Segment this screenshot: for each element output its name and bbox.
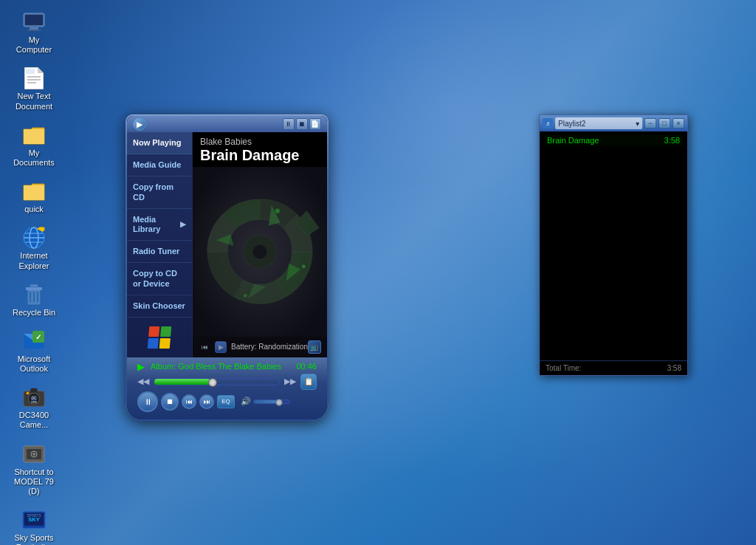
wmp-controls-row: ⏸ ⏹ ⏮ ⏭ EQ 🔊 <box>134 391 320 412</box>
wmp-track-info: Blake Babies Brain Damage <box>192 132 327 167</box>
wmp-sidebar: Now Playing Media Guide Copy from CD Med… <box>127 132 192 357</box>
svg-rect-17 <box>30 284 38 288</box>
playlist-dropdown[interactable]: Playlist2 ▾ <box>555 117 642 129</box>
wmp-nav-media-library[interactable]: Media Library ▶ <box>127 209 192 241</box>
wmp-content-area: Now Playing Media Guide Copy from CD Med… <box>127 132 327 357</box>
stop-btn[interactable]: ⏹ <box>161 393 179 411</box>
wmp-nav-radio-tuner[interactable]: Radio Tuner <box>127 241 192 263</box>
playlist-minimize-btn[interactable]: − <box>645 118 656 128</box>
seek-back-btn[interactable]: ◀◀ <box>137 377 149 386</box>
prev-btn-status[interactable]: ⏮ <box>199 341 210 353</box>
my-computer-icon <box>22 10 46 34</box>
desktop-icon-label: Microsoft Outlook <box>10 354 58 374</box>
elapsed-time: 00:46 <box>296 362 317 371</box>
desktop-icon-recycle-bin[interactable]: Recycle Bin <box>7 280 61 321</box>
desktop-icon-label: quick <box>24 205 44 214</box>
seek-fwd-btn[interactable]: ▶▶ <box>284 377 296 386</box>
track-artist: Blake Babies <box>200 137 320 147</box>
playlist-footer: Total Time: 3:58 <box>540 360 687 375</box>
play-arrow-indicator: ▶ <box>137 361 145 372</box>
playlist-item-time: 3:58 <box>664 136 680 145</box>
svg-text:3400: 3400 <box>31 402 37 405</box>
svg-rect-1 <box>25 15 43 25</box>
wmp-titlebar: ▶ ⏸ ⏹ 📄 <box>127 116 327 132</box>
wmp-nav-copy-from-cd[interactable]: Copy from CD <box>127 176 192 208</box>
wmp-pause-tb-btn[interactable]: ⏸ <box>283 118 295 130</box>
desktop-icon-quick[interactable]: quick <box>7 176 61 217</box>
desktop-icon-label: New Text Document <box>10 92 58 111</box>
wmp-nav-now-playing[interactable]: Now Playing <box>127 132 192 154</box>
playlist-title-icon: ♬ <box>543 118 553 128</box>
wmp-nav-media-guide[interactable]: Media Guide <box>127 154 192 176</box>
svg-point-29 <box>27 392 30 395</box>
outlook-icon: ✓ <box>22 329 46 353</box>
wmp-windows-logo <box>127 318 192 357</box>
wmp-eject-tb-btn[interactable]: 📄 <box>309 118 321 130</box>
playlist-maximize-btn[interactable]: □ <box>659 118 670 128</box>
desktop-icon-label: Recycle Bin <box>13 308 55 318</box>
svg-point-46 <box>244 294 247 298</box>
pause-btn[interactable]: ⏸ <box>137 391 158 412</box>
text-doc-icon <box>22 66 46 90</box>
shortcut-icon <box>22 442 46 466</box>
camera-icon: DC 3400 <box>22 385 46 409</box>
wmp-status-bar: ⏮ ▶ Battery: Randomization 📺 <box>192 337 327 357</box>
desktop-icon-label: Sky Sports Football... <box>10 533 58 545</box>
desktop-icon-label: Internet Explorer <box>10 251 58 270</box>
playlist-title-text: Playlist2 <box>558 120 585 128</box>
desktop-icon-outlook[interactable]: ✓ Microsoft Outlook <box>7 326 61 377</box>
desktop-icon-label: DC3400 Came... <box>10 411 58 430</box>
status-text: Battery: Randomization <box>231 343 308 351</box>
desktop-icon-new-text[interactable]: New Text Document <box>7 64 61 114</box>
desktop-icon-ie[interactable]: Internet Explorer <box>7 223 61 273</box>
wmp-visualization <box>192 167 327 337</box>
volume-slider[interactable] <box>253 400 290 404</box>
mute-icon[interactable]: 🔊 <box>241 397 251 406</box>
wmp-window: ▶ ⏸ ⏹ 📄 Now Playing Media Guide Copy fro… <box>126 114 329 421</box>
desktop-icon-label: Shortcut to MODEL 79 (D) <box>10 467 58 497</box>
playlist-total-label: Total Time: <box>546 364 581 372</box>
playlist-total-time: 3:58 <box>667 364 681 372</box>
playlist-item[interactable]: Brain Damage 3:58 <box>544 134 683 146</box>
svg-rect-9 <box>26 69 35 74</box>
desktop-icon-my-computer[interactable]: My Computer <box>7 7 61 58</box>
desktop-icon-label: My Documents <box>10 148 58 168</box>
desktop-icon-camera[interactable]: DC 3400 DC3400 Came... <box>7 383 61 433</box>
next-btn[interactable]: ⏭ <box>199 394 214 409</box>
wmp-nav-skin-chooser[interactable]: Skin Chooser <box>127 295 192 318</box>
playlist-titlebar: ♬ Playlist2 ▾ − □ × <box>540 115 687 131</box>
volume-area: 🔊 <box>241 397 290 406</box>
eq-btn[interactable]: EQ <box>217 395 235 408</box>
prev-btn[interactable]: ⏮ <box>182 394 196 409</box>
desktop-icon-sky-sports[interactable]: SKY SPORTS Sky Sports Football... <box>7 505 61 545</box>
playlist-dropdown-arrow: ▾ <box>636 120 639 128</box>
svg-point-45 <box>302 264 306 268</box>
svg-text:DC: DC <box>32 397 37 400</box>
sky-sports-icon: SKY SPORTS <box>22 508 46 532</box>
svg-point-43 <box>252 244 267 258</box>
playlist-body: Brain Damage 3:58 <box>540 131 687 360</box>
desktop-icon-my-documents[interactable]: My Documents <box>7 120 61 171</box>
my-documents-icon <box>22 123 46 147</box>
wmp-status-icon[interactable]: 📺 <box>308 340 321 354</box>
track-title: Brain Damage <box>200 147 320 164</box>
play-btn-status[interactable]: ▶ <box>215 341 227 353</box>
svg-rect-3 <box>27 30 41 31</box>
playlist-close-btn[interactable]: × <box>673 118 684 128</box>
desktop-icon-shortcut[interactable]: Shortcut to MODEL 79 (D) <box>7 439 61 500</box>
svg-text:✓: ✓ <box>35 333 41 341</box>
playlist-window: ♬ Playlist2 ▾ − □ × Brain Damage 3:58 To… <box>539 114 688 376</box>
wmp-main-panel: Blake Babies Brain Damage <box>192 132 327 357</box>
wmp-transport: ▶ Album: God Bless The Blake Babies 00:4… <box>127 357 327 419</box>
now-playing-text: Album: God Bless The Blake Babies <box>151 362 290 371</box>
wmp-seekbar[interactable] <box>154 378 280 385</box>
wmp-copy-btn[interactable]: 📋 <box>300 374 317 390</box>
svg-point-35 <box>32 453 35 456</box>
wmp-logo-btn[interactable]: ▶ <box>133 117 146 131</box>
recycle-bin-icon <box>22 283 46 306</box>
playlist-item-name: Brain Damage <box>547 136 599 145</box>
wmp-stop-tb-btn[interactable]: ⏹ <box>296 118 308 130</box>
quick-folder-icon <box>22 179 46 203</box>
wmp-nav-copy-to-cd[interactable]: Copy to CD or Device <box>127 263 192 295</box>
svg-rect-28 <box>30 388 37 393</box>
